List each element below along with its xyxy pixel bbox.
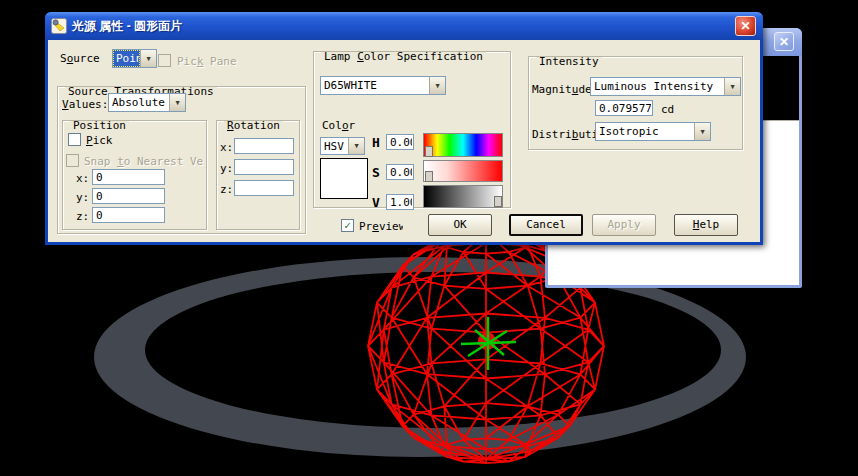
light-properties-dialog: 光源 属性 - 圆形面片 ✕ Source Point ▼ Pick Pane … <box>45 12 763 245</box>
dialog-body: Source Point ▼ Pick Pane Source Transfor… <box>48 40 760 242</box>
value-slider-handle[interactable] <box>494 196 502 207</box>
rotation-z-field[interactable] <box>234 180 294 196</box>
preview-label: Preview <box>359 220 403 233</box>
dialog-title: 光源 属性 - 圆形面片 <box>72 18 182 35</box>
chevron-down-icon[interactable]: ▼ <box>348 138 364 154</box>
pick-pane-label: Pick Pane <box>177 55 237 68</box>
intensity-unit-label: cd <box>661 103 674 116</box>
value-letter: V <box>372 195 380 210</box>
source-dropdown[interactable]: Point ▼ <box>112 49 157 68</box>
values-dropdown[interactable]: Absolute ▼ <box>108 93 186 112</box>
lamp-spec-dropdown[interactable]: D65WHITE ▼ <box>320 76 446 95</box>
position-x-label: x: <box>76 172 89 185</box>
chevron-down-icon[interactable]: ▼ <box>140 50 156 67</box>
source-label: Source <box>60 52 100 65</box>
rotation-z-label: z: <box>220 183 233 196</box>
dialog-titlebar[interactable]: 光源 属性 - 圆形面片 ✕ <box>45 12 763 40</box>
position-title: Position <box>70 120 129 132</box>
hue-field[interactable] <box>386 134 414 150</box>
ok-button[interactable]: OK <box>428 214 492 236</box>
saturation-letter: S <box>372 165 380 180</box>
position-z-field[interactable] <box>92 207 165 223</box>
values-label: Values: <box>62 98 108 111</box>
lamp-color-title: Lamp Color Specification <box>321 51 486 63</box>
value-field[interactable] <box>386 194 414 210</box>
color-model-dropdown[interactable]: HSV ▼ <box>320 137 365 155</box>
chevron-down-icon[interactable]: ▼ <box>724 78 740 95</box>
light-icon <box>51 18 67 34</box>
chevron-down-icon[interactable]: ▼ <box>429 77 445 94</box>
position-y-label: y: <box>76 191 89 204</box>
hue-slider-handle[interactable] <box>425 146 433 157</box>
cancel-button[interactable]: Cancel <box>509 214 583 236</box>
hue-letter: H <box>372 135 380 150</box>
pick-checkbox[interactable] <box>68 133 81 146</box>
help-button[interactable]: Help <box>674 214 738 236</box>
rotation-y-label: y: <box>220 162 233 175</box>
check-icon: ✓ <box>344 219 351 232</box>
intensity-amount-field[interactable] <box>595 100 653 116</box>
color-label: Color <box>322 119 355 132</box>
distribution-dropdown[interactable]: Isotropic ▼ <box>595 122 711 141</box>
rotation-title: Rotation <box>224 120 283 132</box>
position-x-field[interactable] <box>92 169 165 185</box>
snap-label: Snap to Nearest Ver <box>84 155 204 168</box>
snap-checkbox[interactable] <box>66 154 79 167</box>
apply-button[interactable]: Apply <box>592 214 656 236</box>
saturation-field[interactable] <box>386 164 414 180</box>
saturation-slider-handle[interactable] <box>425 171 433 182</box>
desktop: { "icons": { "close": "✕", "dropdown": "… <box>0 0 858 476</box>
distribution-label: Distributi <box>532 128 598 141</box>
background-close-icon[interactable]: ✕ <box>774 32 794 51</box>
rotation-y-field[interactable] <box>234 159 294 175</box>
chevron-down-icon[interactable]: ▼ <box>169 94 185 111</box>
position-z-label: z: <box>76 210 89 223</box>
rotation-group: Rotation <box>216 120 300 230</box>
pick-label: Pick <box>86 134 113 147</box>
rotation-x-label: x: <box>220 141 233 154</box>
magnitude-label: Magnitude: <box>532 83 598 96</box>
position-y-field[interactable] <box>92 188 165 204</box>
chevron-down-icon[interactable]: ▼ <box>694 123 710 140</box>
intensity-title: Intensity <box>536 56 602 68</box>
magnitude-dropdown[interactable]: Luminous Intensity ▼ <box>590 77 741 96</box>
preview-checkbox[interactable]: ✓ <box>341 219 354 232</box>
saturation-gradient-bar[interactable] <box>423 160 503 182</box>
hue-gradient-bar[interactable] <box>423 133 503 157</box>
rotation-x-field[interactable] <box>234 138 294 154</box>
close-icon[interactable]: ✕ <box>735 16 756 36</box>
value-gradient-bar[interactable] <box>423 185 503 208</box>
color-swatch[interactable] <box>320 158 368 199</box>
pick-pane-checkbox[interactable] <box>158 54 171 67</box>
